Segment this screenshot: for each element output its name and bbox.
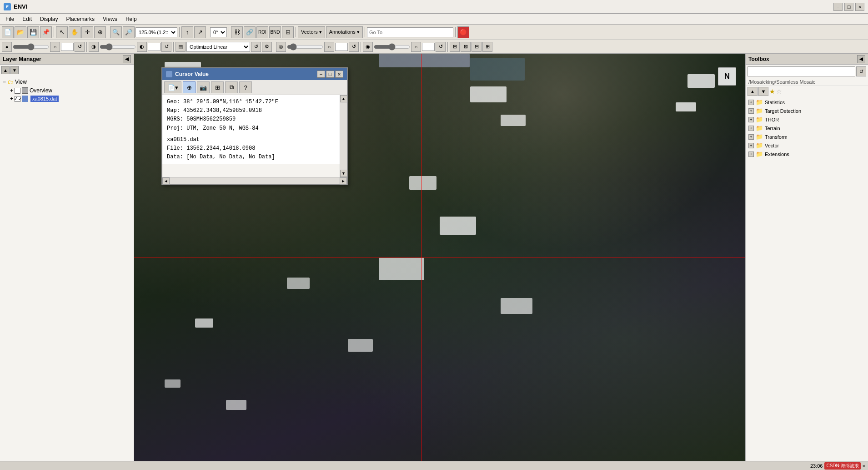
status-close[interactable]: × — [863, 463, 865, 469]
roi-button[interactable]: ROI — [256, 26, 268, 38]
cursor-minimize[interactable]: − — [317, 71, 325, 78]
extra-tool-button[interactable]: 🔴 — [457, 26, 469, 38]
link-button[interactable]: ⛓ — [231, 26, 243, 38]
rotation-select[interactable]: 0° — [210, 27, 227, 37]
toolbox-expand-btn[interactable]: ◀ — [857, 55, 865, 63]
overview-item[interactable]: + Overview — [9, 86, 132, 95]
menu-views[interactable]: Views — [99, 15, 121, 23]
cursor-hscroll[interactable]: ◄ ► — [162, 177, 347, 184]
transform-expand[interactable]: + — [748, 134, 754, 140]
save-button[interactable]: 💾 — [27, 26, 39, 38]
saturation-slider[interactable] — [374, 45, 410, 49]
star-filled-btn[interactable]: ★ — [769, 88, 775, 95]
toolbox-item-vector[interactable]: + 📁 Vector — [747, 141, 867, 150]
minimize-button[interactable]: − — [833, 3, 843, 11]
toolbox-refresh-btn[interactable]: ↺ — [856, 66, 866, 76]
extra-btn4[interactable]: ⊞ — [482, 42, 492, 52]
title-bar-controls[interactable]: − □ × — [833, 3, 864, 11]
zoom-select[interactable]: 125.0% (1.2:: — [135, 27, 177, 37]
file-expand[interactable]: + — [10, 96, 13, 102]
menu-edit[interactable]: Edit — [19, 15, 35, 23]
zoom-out-button[interactable]: 🔎 — [123, 26, 135, 38]
menu-placemarks[interactable]: Placemarks — [62, 15, 98, 23]
sharpness-refresh[interactable]: ↺ — [349, 42, 359, 52]
vscroll-up[interactable]: ▲ — [340, 95, 347, 102]
toolbox-item-transform[interactable]: + 📁 Transform — [747, 132, 867, 141]
toolbox-item-statistics[interactable]: + 📁 Statistics — [747, 98, 867, 106]
toolbox-item-terrain[interactable]: + 📁 Terrain — [747, 124, 867, 132]
contrast-refresh[interactable]: ↺ — [161, 42, 171, 52]
toolbox-controls[interactable]: ◀ — [857, 55, 865, 63]
vectors-button[interactable]: Vectors ▾ — [298, 26, 325, 38]
view-item[interactable]: − 🗂 View — [2, 77, 132, 86]
cursor-copy-btn[interactable]: ⧉ — [225, 81, 238, 93]
zoom-full-button[interactable]: ⊞ — [282, 26, 294, 38]
brightness-slider[interactable] — [13, 45, 49, 49]
pan-up-button[interactable]: ↑ — [181, 26, 193, 38]
geo-link-button[interactable]: 🔗 — [244, 26, 256, 38]
overview-checkbox[interactable] — [15, 88, 20, 94]
extra-btn2[interactable]: ⊠ — [461, 42, 471, 52]
file-item[interactable]: + ✓ xa0815.dat — [9, 95, 132, 103]
nav-down-btn[interactable]: ▼ — [758, 87, 768, 96]
sharpness-value[interactable]: 10 — [335, 43, 348, 51]
extensions-expand[interactable]: + — [748, 152, 754, 157]
cursor-help-btn[interactable]: ? — [239, 81, 252, 93]
menu-display[interactable]: Display — [36, 15, 61, 23]
toolbox-item-thor[interactable]: + 📁 THOR — [747, 115, 867, 124]
menu-help[interactable]: Help — [122, 15, 140, 23]
target-detect-expand[interactable]: + — [748, 108, 754, 114]
open-button[interactable]: 📂 — [15, 26, 26, 38]
new-button[interactable]: 📄 — [2, 26, 14, 38]
menu-file[interactable]: File — [2, 15, 18, 23]
close-button[interactable]: × — [855, 3, 864, 11]
pin-button[interactable]: 📌 — [40, 26, 52, 38]
thor-expand[interactable]: + — [748, 117, 754, 122]
hscroll-right[interactable]: ► — [340, 177, 347, 185]
band-button[interactable]: BND — [269, 26, 281, 38]
cursor-file-btn[interactable]: 📄▾ — [164, 81, 181, 93]
cursor-controls[interactable]: − □ × — [317, 71, 343, 78]
roam-tool[interactable]: ⊕ — [94, 26, 106, 38]
brightness-value[interactable]: 50 — [61, 43, 74, 51]
sharpness-slider[interactable] — [287, 45, 323, 49]
zoom-in-button[interactable]: 🔍 — [110, 26, 122, 38]
view-expand[interactable]: − — [3, 79, 6, 85]
pan-right-button[interactable]: ↗ — [194, 26, 206, 38]
hscroll-left[interactable]: ◄ — [162, 177, 170, 185]
extra-btn3[interactable]: ⊟ — [472, 42, 482, 52]
cursor-camera-btn[interactable]: 📷 — [197, 81, 210, 93]
saturation-refresh[interactable]: ↺ — [436, 42, 446, 52]
star-empty-btn[interactable]: ☆ — [776, 88, 782, 95]
toolbox-item-extensions[interactable]: + 📁 Extensions — [747, 150, 867, 158]
saturation-value[interactable]: 0 — [422, 43, 435, 51]
map-view[interactable]: N Cursor Value − □ × 📄▾ ⊕ 📷 ⊞ — [134, 54, 745, 461]
cursor-close[interactable]: × — [335, 71, 343, 78]
stretch-refresh[interactable]: ↺ — [251, 42, 261, 52]
crosshair-tool[interactable]: ✛ — [81, 26, 93, 38]
vscroll-down[interactable]: ▼ — [340, 170, 347, 177]
lm-expand-btn[interactable]: ◀ — [123, 55, 131, 63]
brightness-refresh[interactable]: ↺ — [75, 42, 85, 52]
stretch-settings[interactable]: ⚙ — [262, 42, 272, 52]
pointer-tool[interactable]: ↖ — [56, 26, 68, 38]
contrast-slider[interactable] — [100, 45, 136, 49]
goto-input[interactable] — [367, 27, 453, 37]
contrast-value[interactable]: 20 — [148, 43, 161, 51]
layer-down-btn[interactable]: ▼ — [10, 66, 19, 74]
cursor-maximize[interactable]: □ — [326, 71, 334, 78]
cursor-vscroll[interactable]: ▲ ▼ — [340, 95, 347, 177]
annotations-button[interactable]: Annotations ▾ — [326, 26, 363, 38]
layer-up-btn[interactable]: ▲ — [1, 66, 10, 74]
extra-btn1[interactable]: ⊞ — [450, 42, 460, 52]
toolbox-search-input[interactable] — [748, 66, 855, 76]
layer-manager-controls[interactable]: ◀ — [123, 55, 131, 63]
file-checkbox[interactable]: ✓ — [15, 96, 20, 102]
toolbox-item-target-detection[interactable]: + 📁 Target Detection — [747, 106, 867, 115]
vector-expand[interactable]: + — [748, 143, 754, 148]
nav-up-btn[interactable]: ▲ — [748, 87, 758, 96]
cursor-grid-btn[interactable]: ⊞ — [211, 81, 224, 93]
maximize-button[interactable]: □ — [844, 3, 853, 11]
stretch-select[interactable]: Optimized Linear Linear 0% Linear 2% Gau… — [186, 42, 250, 52]
statistics-expand[interactable]: + — [748, 100, 754, 105]
